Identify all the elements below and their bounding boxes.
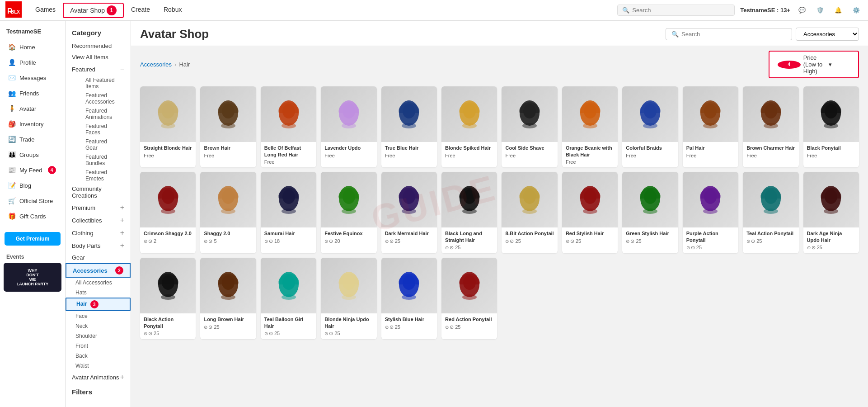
nav-avatar-shop[interactable]: Avatar Shop 1 bbox=[63, 3, 124, 18]
sidebar-item-blog[interactable]: 📝 Blog bbox=[0, 178, 65, 193]
product-card[interactable]: Green Stylish Hair ⊙ 25 bbox=[622, 172, 678, 253]
cat-face[interactable]: Face bbox=[66, 311, 131, 321]
product-card[interactable]: Belle Of Belfast Long Red Hair Free bbox=[261, 86, 316, 167]
category-select[interactable]: Accessories bbox=[796, 28, 859, 41]
product-card[interactable]: True Blue Hair Free bbox=[381, 86, 437, 167]
product-card[interactable]: 8-Bit Action Ponytail ⊙ 25 bbox=[502, 172, 557, 253]
avatar-animations-expand-icon[interactable]: + bbox=[120, 373, 124, 381]
product-card[interactable]: Purple Action Ponytail ⊙ 25 bbox=[683, 172, 738, 253]
robux-price: ⊙ 25 bbox=[204, 324, 219, 330]
cat-view-all[interactable]: View All Items bbox=[66, 52, 131, 63]
collectibles-expand-icon[interactable]: + bbox=[120, 216, 124, 224]
product-card[interactable]: Cool Side Shave Free bbox=[502, 86, 557, 167]
product-card[interactable]: Stylish Blue Hair ⊙ 25 bbox=[381, 258, 437, 339]
sort-dropdown[interactable]: 4 Price (Low to High) ▾ bbox=[769, 51, 859, 78]
product-card[interactable]: Long Brown Hair ⊙ 25 bbox=[200, 258, 256, 339]
cat-featured[interactable]: Featured − bbox=[66, 63, 131, 76]
top-nav-search[interactable]: 🔍 bbox=[617, 5, 735, 16]
product-card[interactable]: Festive Equinox ⊙ 20 bbox=[321, 172, 376, 253]
sidebar-item-myfeed[interactable]: 📰 My Feed 4 bbox=[0, 162, 65, 178]
cat-front[interactable]: Front bbox=[66, 341, 131, 351]
body-parts-expand-icon[interactable]: + bbox=[120, 241, 124, 250]
nav-robux[interactable]: Robux bbox=[157, 0, 188, 21]
top-search-input[interactable] bbox=[632, 7, 730, 14]
product-card[interactable]: Samurai Hair ⊙ 18 bbox=[261, 172, 316, 253]
featured-collapse-icon[interactable]: − bbox=[120, 65, 124, 73]
sidebar-item-home[interactable]: 🏠 Home bbox=[0, 39, 65, 55]
events-banner[interactable]: WHYDON'TWELAUNCH PARTY bbox=[4, 263, 61, 292]
product-card[interactable]: Black Long and Straight Hair ⊙ 25 bbox=[441, 172, 497, 253]
product-card[interactable]: Blonde Spiked Hair Free bbox=[441, 86, 497, 167]
sidebar-item-gift-cards[interactable]: 🎁 Gift Cards bbox=[0, 208, 65, 224]
product-card[interactable]: Lavender Updo Free bbox=[321, 86, 376, 167]
cat-shoulder[interactable]: Shoulder bbox=[66, 331, 131, 341]
sidebar-item-profile[interactable]: 👤 Profile bbox=[0, 55, 65, 70]
product-card[interactable]: Red Action Ponytail ⊙ 25 bbox=[441, 258, 497, 339]
product-card[interactable]: Shaggy 2.0 ⊙ 5 bbox=[200, 172, 256, 253]
nav-games[interactable]: Games bbox=[29, 0, 62, 21]
product-card[interactable]: Orange Beanie with Black Hair Free bbox=[562, 86, 618, 167]
chat-icon[interactable]: 💬 bbox=[796, 4, 808, 17]
sidebar-item-messages[interactable]: ✉️ Messages bbox=[0, 70, 65, 85]
breadcrumb-accessories[interactable]: Accessories bbox=[140, 61, 172, 68]
cat-body-parts[interactable]: Body Parts + bbox=[66, 239, 131, 252]
product-name: Brown Hair bbox=[204, 145, 252, 151]
sidebar-item-avatar[interactable]: 🧍 Avatar bbox=[0, 101, 65, 116]
shield-icon[interactable]: 🛡️ bbox=[814, 4, 826, 17]
cat-featured-animations[interactable]: Featured Animations bbox=[75, 106, 131, 122]
cat-hats[interactable]: Hats bbox=[66, 288, 131, 298]
product-card[interactable]: Brown Hair Free bbox=[200, 86, 256, 167]
product-card[interactable]: Pal Hair Free bbox=[683, 86, 738, 167]
cat-hair[interactable]: Hair 3 bbox=[66, 298, 131, 311]
product-card[interactable]: Dark Mermaid Hair ⊙ 25 bbox=[381, 172, 437, 253]
sidebar-item-trade[interactable]: 🔄 Trade bbox=[0, 132, 65, 147]
product-card[interactable]: Colorful Braids Free bbox=[622, 86, 678, 167]
sidebar-item-official-store[interactable]: 🛒 Official Store bbox=[0, 193, 65, 208]
product-card[interactable]: Red Stylish Hair ⊙ 25 bbox=[562, 172, 618, 253]
product-card[interactable]: Straight Blonde Hair Free bbox=[140, 86, 196, 167]
cat-back[interactable]: Back bbox=[66, 351, 131, 361]
product-card[interactable]: Brown Charmer Hair Free bbox=[743, 86, 798, 167]
cat-gear[interactable]: Gear bbox=[66, 252, 131, 263]
avatar-icon: 🧍 bbox=[8, 104, 16, 113]
cat-waist[interactable]: Waist bbox=[66, 361, 131, 371]
cat-collectibles[interactable]: Collectibles + bbox=[66, 214, 131, 227]
cat-avatar-animations[interactable]: Avatar Animations + bbox=[66, 371, 131, 383]
cat-featured-accessories[interactable]: Featured Accessories bbox=[75, 91, 131, 106]
cat-featured-faces[interactable]: Featured Faces bbox=[75, 122, 131, 137]
cat-community[interactable]: Community Creations bbox=[66, 183, 131, 201]
product-name: Long Brown Hair bbox=[204, 316, 252, 322]
cat-premium[interactable]: Premium + bbox=[66, 201, 131, 214]
sidebar-item-groups[interactable]: 👪 Groups bbox=[0, 147, 65, 162]
cat-featured-bundles[interactable]: Featured Bundles bbox=[75, 152, 131, 168]
product-image bbox=[321, 258, 376, 313]
cat-featured-gear[interactable]: Featured Gear bbox=[75, 137, 131, 152]
product-card[interactable]: Black Action Ponytail ⊙ 25 bbox=[140, 258, 196, 339]
cat-all-featured[interactable]: All Featured Items bbox=[75, 76, 131, 91]
cat-all-accessories[interactable]: All Accessories bbox=[66, 278, 131, 288]
cat-neck[interactable]: Neck bbox=[66, 321, 131, 331]
main-search-input[interactable] bbox=[681, 31, 786, 38]
top-nav-items: Games Avatar Shop 1 Create Robux bbox=[29, 0, 612, 21]
sidebar-item-inventory[interactable]: 🎒 Inventory bbox=[0, 116, 65, 132]
premium-expand-icon[interactable]: + bbox=[120, 204, 124, 212]
cat-featured-emotes[interactable]: Featured Emotes bbox=[75, 168, 131, 183]
product-card[interactable]: Teal Action Ponytail ⊙ 25 bbox=[743, 172, 798, 253]
product-info: Black Long and Straight Hair ⊙ 25 bbox=[441, 227, 497, 253]
settings-icon[interactable]: ⚙️ bbox=[850, 4, 863, 17]
cat-accessories[interactable]: Accessories 2 bbox=[66, 263, 131, 278]
product-card[interactable]: Black Ponytail Free bbox=[803, 86, 859, 167]
product-card[interactable]: Blonde Ninja Updo Hair ⊙ 25 bbox=[321, 258, 376, 339]
nav-create[interactable]: Create bbox=[125, 0, 156, 21]
main-search-container[interactable]: 🔍 bbox=[666, 28, 792, 40]
product-card[interactable]: Crimson Shaggy 2.0 ⊙ 2 bbox=[140, 172, 196, 253]
roblox-logo[interactable]: R BLX bbox=[5, 1, 22, 19]
product-card[interactable]: Dark Age Ninja Updo Hair ⊙ 25 bbox=[803, 172, 859, 253]
cat-recommended[interactable]: Recommended bbox=[66, 40, 131, 52]
notification-icon[interactable]: 🔔 bbox=[832, 4, 845, 17]
get-premium-button[interactable]: Get Premium bbox=[5, 232, 61, 246]
cat-clothing[interactable]: Clothing + bbox=[66, 227, 131, 239]
sidebar-item-friends[interactable]: 👥 Friends bbox=[0, 85, 65, 101]
clothing-expand-icon[interactable]: + bbox=[120, 229, 124, 237]
product-card[interactable]: Teal Balloon Girl Hair ⊙ 25 bbox=[261, 258, 316, 339]
